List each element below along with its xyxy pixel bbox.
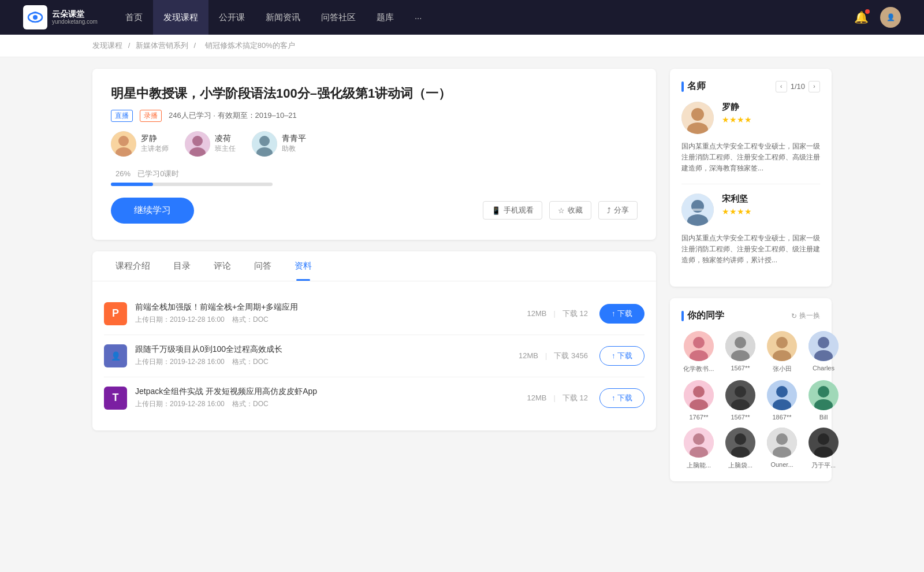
progress-percent: 26%	[116, 169, 131, 178]
teachers: 罗静 主讲老师 凌荷 班主任	[111, 131, 638, 157]
classmate-avatar-11	[808, 428, 839, 458]
mobile-icon: 📱	[491, 206, 501, 215]
nav-item-open[interactable]: 公开课	[208, 0, 255, 35]
tabs-header: 课程介绍 目录 评论 问答 资料	[92, 251, 656, 281]
breadcrumb-item-discover[interactable]: 发现课程	[92, 41, 122, 50]
file-size-1: 12MB	[519, 351, 538, 360]
teacher-item-1: 凌荷 班主任	[185, 131, 236, 157]
logo-name: 云朵课堂	[52, 10, 98, 18]
tabs-content: P 前端全栈加强版！前端全栈+全周期+多端应用 上传日期：2019-12-28 …	[92, 281, 656, 430]
progress-study-label: 已学习0课时	[137, 169, 179, 178]
nav-item-news[interactable]: 新闻资讯	[255, 0, 311, 35]
continue-button[interactable]: 继续学习	[111, 198, 194, 224]
file-info-0: 前端全栈加强版！前端全栈+全周期+多端应用 上传日期：2019-12-28 16…	[135, 302, 527, 325]
progress-section: 26% 已学习0课时	[111, 168, 638, 186]
svg-point-40	[818, 386, 829, 398]
svg-point-22	[735, 337, 746, 348]
nav-items: 首页 发现课程 公开课 新闻资讯 问答社区 题库 ···	[115, 0, 854, 35]
notification-dot	[865, 9, 870, 14]
file-meta-2: 上传日期：2019-12-28 16:00 格式：DOC	[135, 399, 527, 409]
teacher-info-1: 凌荷 班主任	[215, 133, 236, 154]
file-stats-2: 12MB | 下载 12	[527, 393, 587, 403]
classmate-avatar-4	[684, 380, 714, 410]
tab-resources[interactable]: 资料	[283, 251, 323, 281]
download-button-0[interactable]: ↑ 下载	[599, 304, 644, 324]
content-left: 明星中教授课，小学阶段语法100分–强化级第1讲动词（一） 直播 录播 246人…	[92, 69, 656, 493]
tab-qa[interactable]: 问答	[243, 251, 283, 281]
logo[interactable]: 云朵课堂 yundoketang.com	[23, 5, 98, 29]
teacher-role-2: 助教	[282, 144, 306, 154]
classmate-avatar-3	[808, 331, 839, 361]
download-button-2[interactable]: ↑ 下载	[599, 388, 644, 408]
teacher-info-2: 青青平 助教	[282, 133, 306, 154]
download-button-1[interactable]: ↑ 下载	[599, 346, 644, 366]
file-info-1: 跟随千万级项目从0到100全过程高效成长 上传日期：2019-12-28 16:…	[135, 344, 519, 367]
svg-point-28	[818, 337, 829, 348]
sidebar-teacher-info-0: 罗静 ★★★★	[722, 102, 752, 134]
progress-label: 26% 已学习0课时	[111, 168, 638, 179]
file-name-1: 跟随千万级项目从0到100全过程高效成长	[135, 344, 519, 355]
file-name-0: 前端全栈加强版！前端全栈+全周期+多端应用	[135, 302, 527, 313]
logo-sub: yundoketang.com	[52, 18, 98, 25]
classmate-item-3: Charles	[806, 331, 841, 373]
svg-point-19	[693, 337, 705, 348]
teacher-item-2: 青青平 助教	[252, 131, 306, 157]
mobile-view-button[interactable]: 📱 手机观看	[483, 201, 542, 220]
file-divider-1: |	[545, 351, 547, 360]
teachers-card-header: 名师 ‹ 1/10 ›	[681, 80, 820, 92]
collect-button[interactable]: ☆ 收藏	[549, 201, 591, 220]
sidebar-teacher-avatar-0	[681, 102, 714, 134]
classmate-avatar-2	[767, 331, 797, 361]
svg-point-6	[192, 136, 203, 146]
classmate-avatar-6	[767, 380, 797, 410]
file-icon-0: P	[104, 302, 127, 325]
user-avatar-nav[interactable]: 👤	[880, 7, 901, 28]
classmate-item-4: 1767**	[681, 380, 716, 421]
classmate-name-2: 张小田	[765, 365, 799, 373]
svg-rect-17	[692, 209, 703, 211]
refresh-label: 换一换	[799, 311, 820, 321]
tag-live: 直播	[111, 110, 133, 122]
share-button[interactable]: ⤴ 分享	[598, 201, 638, 220]
sidebar-teacher-name-1: 宋利坚	[722, 194, 752, 205]
classmate-item-2: 张小田	[765, 331, 799, 373]
classmate-name-4: 1767**	[681, 414, 716, 421]
classmate-avatar-1	[725, 331, 755, 361]
pag-next-button[interactable]: ›	[808, 81, 820, 92]
share-label: 分享	[614, 205, 629, 216]
pag-current: 1/10	[791, 82, 805, 91]
svg-point-43	[693, 433, 705, 445]
breadcrumb-sep-2: /	[193, 41, 198, 50]
nav-item-discover[interactable]: 发现课程	[153, 0, 208, 35]
nav-item-qa[interactable]: 问答社区	[311, 0, 366, 35]
bell-icon[interactable]: 🔔	[854, 10, 869, 24]
file-item-2: T Jetpack全组件实战 开发短视频应用高仿皮皮虾App 上传日期：2019…	[104, 377, 644, 419]
breadcrumb-item-series[interactable]: 新媒体营销系列	[136, 41, 188, 50]
sidebar-teacher-1: 宋利坚 ★★★★	[681, 194, 820, 226]
classmate-item-9: 上脑袋...	[723, 428, 758, 470]
pag-prev-button[interactable]: ‹	[776, 81, 787, 92]
tabs-section: 课程介绍 目录 评论 问答 资料 P 前端全栈加强版！前端全栈+全周期+多端应用…	[92, 251, 656, 430]
classmates-card: 你的同学 ↻ 换一换 化学教书... 1567**	[670, 298, 832, 481]
nav-item-home[interactable]: 首页	[115, 0, 153, 35]
nav-right: 🔔 👤	[854, 7, 901, 28]
svg-point-12	[691, 108, 704, 121]
tab-toc[interactable]: 目录	[162, 251, 202, 281]
collect-label: 收藏	[568, 205, 583, 216]
file-size-2: 12MB	[527, 393, 546, 402]
classmates-title: 你的同学	[681, 310, 724, 322]
main-container: 明星中教授课，小学阶段语法100分–强化级第1讲动词（一） 直播 录播 246人…	[69, 57, 855, 504]
classmate-name-3: Charles	[806, 365, 841, 372]
nav-item-quiz[interactable]: 题库	[366, 0, 404, 35]
breadcrumb: 发现课程 / 新媒体营销系列 / 销冠修炼术搞定80%的客户	[0, 35, 924, 57]
course-meta-text: 246人已学习 · 有效期至：2019–10–21	[169, 110, 297, 121]
tab-review[interactable]: 评论	[202, 251, 243, 281]
tab-intro[interactable]: 课程介绍	[104, 251, 162, 281]
classmate-avatar-10	[767, 428, 797, 458]
breadcrumb-item-current: 销冠修炼术搞定80%的客户	[205, 41, 295, 50]
svg-point-31	[693, 386, 705, 398]
sidebar-teacher-desc-0: 国内某重点大学安全工程专业硕士，国家一级注册消防工程师、注册安全工程师、高级注册…	[681, 141, 820, 174]
nav-item-more[interactable]: ···	[404, 0, 433, 35]
classmates-header: 你的同学 ↻ 换一换	[681, 310, 820, 322]
refresh-button[interactable]: ↻ 换一换	[791, 311, 820, 321]
